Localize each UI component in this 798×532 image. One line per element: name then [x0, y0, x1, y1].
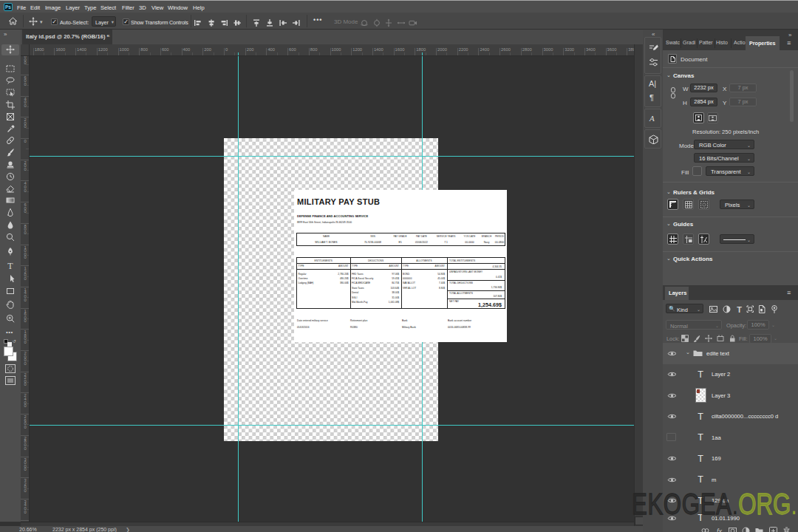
svg-text:T: T	[737, 305, 742, 313]
svg-text:fx: fx	[717, 528, 723, 532]
svg-text:T: T	[7, 261, 13, 270]
